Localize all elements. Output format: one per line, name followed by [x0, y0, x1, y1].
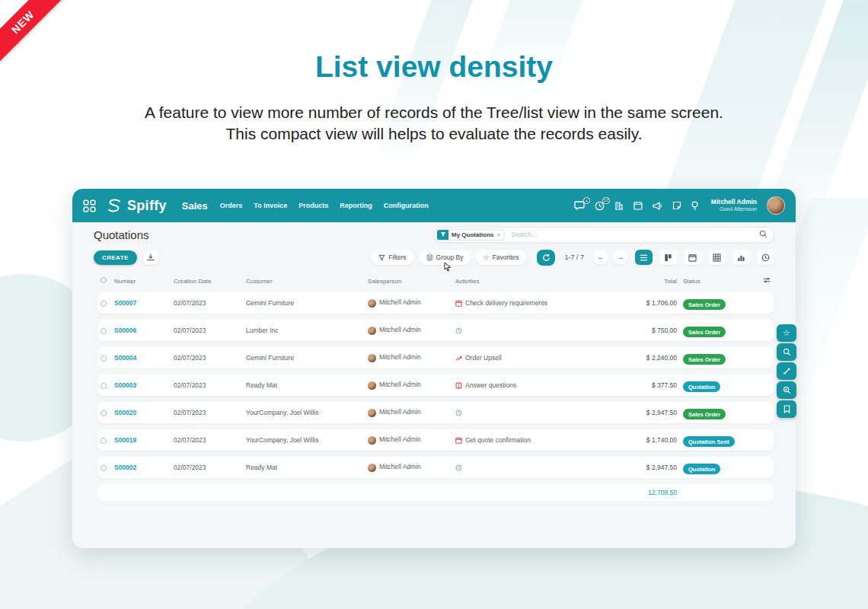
- spiffy-logo[interactable]: Spiffy: [105, 196, 167, 215]
- col-activities[interactable]: Activities: [455, 278, 595, 285]
- table-row[interactable]: S0002002/07/2023YourCompany, Joel Willis…: [97, 402, 774, 423]
- view-activity-button[interactable]: [757, 250, 774, 265]
- quotation-number[interactable]: S00004: [114, 354, 174, 362]
- bookmark-button[interactable]: [777, 400, 796, 418]
- filters-button[interactable]: Filters: [371, 250, 413, 265]
- refresh-button[interactable]: [537, 250, 555, 266]
- status-badge: Quotation: [683, 464, 720, 474]
- row-select-radio[interactable]: [101, 383, 107, 389]
- activity-cell[interactable]: [455, 410, 595, 416]
- facet-remove-icon[interactable]: ×: [497, 231, 505, 238]
- activity-cell[interactable]: Get quote confirmation: [455, 436, 595, 444]
- search-input[interactable]: [505, 231, 759, 238]
- activity-upsell-icon: [455, 355, 462, 362]
- pager-prev-button[interactable]: ←: [593, 250, 608, 265]
- footer-total: 12,708.50: [595, 489, 683, 496]
- quotation-number[interactable]: S00003: [114, 381, 174, 389]
- lightbulb-icon[interactable]: [691, 201, 698, 211]
- table-row[interactable]: S0000402/07/2023Gemini FurnitureMitchell…: [97, 347, 774, 368]
- menu-item-reporting[interactable]: Reporting: [340, 202, 372, 209]
- quotation-number[interactable]: S00020: [114, 409, 174, 416]
- table-row[interactable]: S0000302/07/2023Ready MatMitchell AdminA…: [97, 375, 774, 396]
- calendar-icon[interactable]: [633, 201, 643, 210]
- total-amount: $ 2,947.50: [595, 409, 683, 416]
- view-calendar-button[interactable]: [684, 250, 701, 265]
- activity-clock-icon[interactable]: 10: [595, 201, 605, 211]
- column-settings-icon[interactable]: [763, 276, 774, 285]
- col-creation-date[interactable]: Creation Date: [174, 278, 246, 285]
- current-app-name[interactable]: Sales: [182, 200, 208, 212]
- row-select-radio[interactable]: [101, 328, 107, 334]
- megaphone-icon[interactable]: [653, 202, 662, 210]
- apps-grid-icon[interactable]: [83, 199, 96, 212]
- activity-clock-icon: [455, 464, 462, 471]
- view-pivot-button[interactable]: [708, 250, 726, 265]
- search-bar[interactable]: My Quotations ×: [433, 227, 774, 243]
- total-amount: $ 750.00: [595, 327, 683, 334]
- messages-icon[interactable]: 4: [574, 201, 585, 210]
- quotation-number[interactable]: S00002: [114, 464, 174, 471]
- table-row[interactable]: S0000602/07/2023Lumber IncMitchell Admin…: [97, 320, 774, 341]
- quotation-number[interactable]: S00007: [114, 299, 174, 307]
- select-all-radio[interactable]: [101, 277, 107, 283]
- spiffy-logo-icon: [105, 196, 123, 215]
- search-facet[interactable]: My Quotations ×: [436, 229, 505, 241]
- creation-date: 02/07/2023: [174, 381, 246, 389]
- menu-item-products[interactable]: Products: [298, 202, 328, 209]
- view-graph-button[interactable]: [732, 250, 750, 265]
- salesperson-cell: Mitchell Admin: [368, 463, 455, 471]
- facet-label: My Quotations: [448, 231, 497, 238]
- resize-arrow-button[interactable]: [777, 362, 796, 380]
- total-amount: $ 2,947.50: [595, 464, 683, 471]
- pager-range: 1-7 / 7: [564, 253, 584, 261]
- view-title: Quotations: [94, 228, 149, 241]
- search-icon[interactable]: [759, 228, 767, 241]
- subheading-line1: A feature to view more number of records…: [0, 102, 868, 123]
- favorite-star-button[interactable]: ☆: [777, 324, 796, 342]
- col-status[interactable]: Status: [683, 278, 763, 285]
- view-kanban-button[interactable]: [659, 250, 677, 265]
- user-menu[interactable]: Mitchell Admin Good Afternoon: [711, 198, 757, 212]
- activity-label: Get quote confirmation: [465, 436, 531, 444]
- pager-next-button[interactable]: →: [613, 250, 628, 265]
- activity-cell[interactable]: [455, 327, 595, 334]
- row-select-radio[interactable]: [101, 465, 107, 471]
- activity-cell[interactable]: [455, 464, 595, 471]
- table-row[interactable]: S0000202/07/2023Ready MatMitchell Admin$…: [97, 457, 774, 478]
- row-select-radio[interactable]: [101, 438, 107, 444]
- activity-note-icon: [455, 382, 462, 389]
- col-customer[interactable]: Customer: [246, 278, 368, 285]
- table-row[interactable]: S0001902/07/2023YourCompany, Joel Willis…: [97, 429, 774, 451]
- activity-clock-icon: [455, 410, 462, 416]
- activity-cell[interactable]: Answer questions: [455, 381, 595, 389]
- activity-cell[interactable]: Check delivery requirements: [455, 299, 595, 307]
- view-list-button[interactable]: [635, 250, 653, 265]
- app-menu: OrdersTo InvoiceProductsReportingConfigu…: [220, 202, 440, 209]
- export-download-icon[interactable]: [143, 250, 158, 265]
- row-select-radio[interactable]: [101, 301, 107, 307]
- notes-icon[interactable]: [672, 201, 681, 210]
- quotation-number[interactable]: S00019: [114, 436, 174, 444]
- building-icon[interactable]: [614, 201, 624, 210]
- customer-name: YourCompany, Joel Willis: [246, 409, 368, 416]
- quick-search-button[interactable]: [777, 343, 796, 361]
- col-salesperson[interactable]: Salesperson: [368, 278, 455, 285]
- row-select-radio[interactable]: [101, 410, 107, 416]
- col-total[interactable]: Total: [595, 278, 683, 285]
- row-select-radio[interactable]: [101, 356, 107, 362]
- activity-cell[interactable]: Order Upsell: [455, 354, 595, 362]
- salesperson-cell: Mitchell Admin: [368, 435, 455, 444]
- table-row[interactable]: S0000702/07/2023Gemini FurnitureMitchell…: [97, 292, 774, 314]
- activity-badge: 10: [602, 197, 610, 204]
- zoom-search-button[interactable]: [777, 381, 796, 399]
- user-avatar[interactable]: [767, 196, 785, 215]
- page-heading: List view density: [0, 50, 868, 84]
- col-number[interactable]: Number: [114, 278, 174, 285]
- quotation-number[interactable]: S00006: [114, 327, 174, 334]
- user-name: Mitchell Admin: [711, 198, 757, 206]
- menu-item-to-invoice[interactable]: To Invoice: [254, 202, 287, 209]
- create-button[interactable]: CREATE: [94, 250, 137, 265]
- menu-item-configuration[interactable]: Configuration: [384, 202, 429, 209]
- favorites-button[interactable]: ☆ Favorites: [475, 250, 526, 265]
- menu-item-orders[interactable]: Orders: [220, 202, 243, 209]
